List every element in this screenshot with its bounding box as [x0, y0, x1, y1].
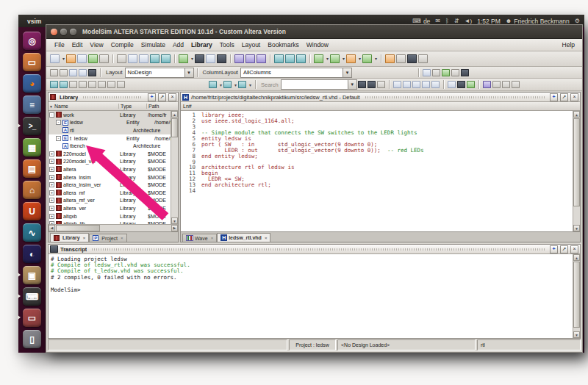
panel-grip[interactable] — [365, 96, 545, 98]
memory-icon[interactable] — [396, 54, 406, 63]
run-length-icon[interactable] — [362, 54, 372, 63]
column-filter-icon[interactable]: ▼ — [49, 104, 53, 109]
code-line-4[interactable]: 4-- Simple module that connects the SW s… — [181, 129, 573, 135]
code-line-1[interactable]: 1library ieee; — [181, 112, 573, 118]
indent-icon[interactable] — [88, 81, 96, 88]
scroll-thumb[interactable] — [171, 118, 178, 137]
package-icon[interactable]: ▣ — [23, 266, 41, 284]
search-options-icon[interactable] — [377, 81, 385, 88]
ubuntu-one-icon[interactable]: U — [23, 202, 41, 220]
media-icon[interactable]: ▭ — [23, 309, 41, 327]
run-next-icon[interactable] — [257, 54, 266, 63]
dash-home-icon[interactable]: ◎ — [23, 32, 41, 50]
zoom-in-icon[interactable] — [393, 81, 401, 88]
save-icon[interactable] — [77, 54, 87, 63]
editor-vscrollbar[interactable]: ▲ ▼ — [573, 111, 580, 231]
menu-tools[interactable]: Tools — [216, 41, 238, 48]
library-row-altgxb[interactable]: +altgxbLibrary$MODE — [49, 212, 171, 220]
collapse-all-icon[interactable] — [223, 81, 232, 88]
column-white-icon[interactable] — [448, 81, 456, 88]
library-row-rtl[interactable]: ArtlArchitecture — [49, 126, 171, 134]
search-input[interactable]: ▼ — [281, 79, 357, 90]
goto-next-icon[interactable] — [79, 81, 87, 88]
library-row-altera[interactable]: +alteraLibrary$MODE — [49, 165, 171, 173]
editor-undock-button[interactable]: ↗ — [560, 93, 568, 101]
step-over-icon[interactable] — [285, 54, 295, 63]
code-line-6[interactable]: 6port ( SW : in std_ulogic_vector(9 down… — [181, 141, 573, 147]
trash-icon[interactable]: ▯ — [23, 330, 41, 348]
transcript-log[interactable]: # Loading project ledsw# Compile of leds… — [49, 254, 573, 338]
tab-close-icon[interactable]: × — [211, 236, 214, 240]
scroll-left-icon[interactable]: ◀ — [49, 225, 55, 231]
menu-compile[interactable]: Compile — [107, 41, 137, 48]
library-row-altera_mf[interactable]: +altera_mfLibrary$MODE — [49, 189, 171, 197]
transcript-prompt[interactable]: ModelSim> — [51, 287, 573, 293]
panel-grip[interactable] — [83, 96, 143, 98]
print-icon[interactable] — [99, 54, 109, 63]
transcript-panel-header[interactable]: Transcript + ↗ × — [49, 245, 580, 254]
library-panel-add-button[interactable]: + — [148, 93, 156, 101]
scroll-up-icon[interactable]: ▲ — [573, 111, 580, 118]
step-out-icon[interactable] — [296, 54, 306, 63]
column-layout-select[interactable]: AllColumns ▼ — [240, 68, 352, 78]
window-close-button[interactable] — [51, 29, 57, 35]
profile-icon[interactable] — [385, 54, 395, 63]
expand-all-icon[interactable] — [209, 81, 217, 88]
libreoffice-writer-icon[interactable]: ≡ — [23, 96, 41, 114]
code-area[interactable]: 1library ieee;2use ieee.std_logic_1164.a… — [181, 111, 573, 231]
editor-add-button[interactable]: + — [550, 93, 558, 101]
menu-help[interactable]: Help — [559, 41, 578, 48]
filter-icon[interactable] — [206, 54, 215, 63]
code-line-8[interactable]: 8end entity ledsw; — [181, 153, 573, 159]
paste-icon[interactable] — [139, 54, 148, 63]
layout-select-arrow[interactable]: ▼ — [184, 68, 193, 77]
restart-icon[interactable] — [234, 54, 244, 63]
tab-close-icon[interactable]: × — [121, 236, 123, 240]
menu-edit[interactable]: Edit — [68, 41, 87, 48]
window-minimize-button[interactable] — [60, 29, 67, 35]
coverage-icon[interactable] — [407, 54, 417, 63]
code-line-13[interactable]: 13end architecture rtl; — [181, 181, 573, 187]
scroll-thumb[interactable] — [573, 262, 580, 328]
scroll-down-icon[interactable]: ▼ — [573, 225, 580, 231]
run-icon[interactable] — [314, 54, 323, 63]
menu-add[interactable]: Add — [169, 41, 187, 48]
editor-tab-ledsw-rtl-vhd[interactable]: Hledsw_rtl.vhd× — [217, 233, 270, 242]
software-center-icon[interactable]: ⌂ — [23, 181, 41, 199]
editor-tab-wave[interactable]: Wave× — [182, 234, 217, 242]
code-line-11[interactable]: 11begin — [181, 170, 573, 176]
transcript-undock-button[interactable]: ↗ — [560, 245, 568, 253]
expand-icon[interactable]: + — [49, 182, 54, 187]
bookmark-delete-icon[interactable] — [60, 81, 68, 88]
dock-icon-4[interactable] — [79, 69, 87, 76]
find-icon[interactable] — [195, 54, 204, 63]
menu-simulate[interactable]: Simulate — [137, 41, 169, 48]
eclipse-icon[interactable]: ◐ — [23, 245, 41, 263]
code-line-7[interactable]: 7 LEDR : out std_ulogic_vector(9 downto … — [181, 147, 573, 153]
collapse-icon[interactable]: - — [49, 112, 54, 118]
window-maximize-button[interactable] — [70, 29, 76, 35]
collapse-icon[interactable]: - — [56, 120, 61, 125]
wave-window-icon[interactable] — [217, 54, 226, 63]
code-line-9[interactable]: 9 — [181, 159, 573, 165]
scroll-thumb-h[interactable] — [56, 225, 100, 231]
menu-bookmarks[interactable]: Bookmarks — [264, 41, 303, 48]
code-line-12[interactable]: 12 LEDR <= SW; — [181, 176, 573, 181]
zoom-mode-icon[interactable] — [432, 69, 440, 76]
compile-icon[interactable] — [88, 54, 98, 63]
search-prev-icon[interactable] — [368, 81, 376, 88]
scroll-thumb[interactable] — [573, 118, 580, 206]
bookmark-add-icon[interactable] — [50, 81, 58, 88]
user-menu[interactable]: ☻ Friedrich Beckmann — [506, 18, 570, 25]
collapse-icon[interactable]: - — [56, 136, 61, 141]
dock-icon-1[interactable] — [50, 69, 58, 76]
run-continue-icon[interactable] — [245, 54, 255, 63]
keyboard-layout-indicator[interactable]: ⌨ de — [412, 18, 430, 25]
files-icon[interactable]: ▭ — [23, 53, 41, 71]
menu-window[interactable]: Window — [303, 41, 332, 48]
uncomment-icon[interactable] — [117, 81, 125, 88]
panel-grip[interactable] — [92, 248, 545, 251]
editor-panel-header[interactable]: H /home/fritz/projects/digitaltechnikpra… — [181, 93, 580, 102]
session-gear-icon[interactable]: ⚙ — [575, 18, 580, 24]
gtkwave-icon[interactable]: ∿ — [23, 223, 41, 242]
